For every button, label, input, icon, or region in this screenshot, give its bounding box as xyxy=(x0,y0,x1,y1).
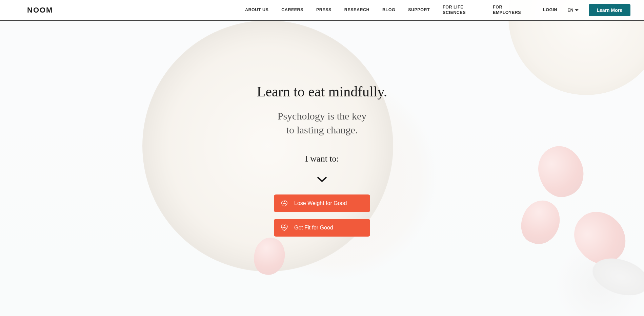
nav-support[interactable]: SUPPORT xyxy=(408,7,430,13)
primary-nav: ABOUT US CAREERS PRESS RESEARCH BLOG SUP… xyxy=(245,4,630,16)
hero-prompt: I want to: xyxy=(305,154,339,164)
hero-content: Learn to eat mindfully. Psychology is th… xyxy=(0,21,644,237)
nav-press[interactable]: PRESS xyxy=(316,7,331,13)
option-lose-weight[interactable]: Lose Weight for Good xyxy=(274,194,370,212)
nav-about-us[interactable]: ABOUT US xyxy=(245,7,268,13)
language-label: EN xyxy=(567,8,573,13)
nav-right-group: LOGIN EN Learn More xyxy=(543,4,630,16)
learn-more-button[interactable]: Learn More xyxy=(589,4,630,16)
chevron-down-icon xyxy=(575,8,579,12)
language-selector[interactable]: EN xyxy=(567,8,578,13)
heart-pulse-icon xyxy=(280,223,289,232)
scroll-down-button[interactable] xyxy=(317,176,327,184)
nav-blog[interactable]: BLOG xyxy=(382,7,395,13)
nav-for-life-sciences[interactable]: FOR LIFE SCIENCES xyxy=(443,5,480,15)
nav-research[interactable]: RESEARCH xyxy=(344,7,369,13)
option-label: Get Fit for Good xyxy=(294,225,333,231)
option-get-fit[interactable]: Get Fit for Good xyxy=(274,219,370,237)
hero-subhead: Psychology is the key to lasting change. xyxy=(278,109,367,137)
brand-logo[interactable]: NOOM xyxy=(27,6,53,15)
hero-subhead-line2: to lasting change. xyxy=(278,123,367,137)
site-header: NOOM ABOUT US CAREERS PRESS RESEARCH BLO… xyxy=(0,0,644,21)
nav-careers[interactable]: CAREERS xyxy=(281,7,303,13)
hero-subhead-line1: Psychology is the key xyxy=(278,109,367,123)
nav-login[interactable]: LOGIN xyxy=(543,7,557,13)
option-label: Lose Weight for Good xyxy=(294,200,347,206)
apple-icon xyxy=(280,199,289,208)
hero-headline: Learn to eat mindfully. xyxy=(257,83,387,100)
chevron-down-icon xyxy=(317,176,327,183)
nav-for-employers[interactable]: FOR EMPLOYERS xyxy=(493,5,530,15)
